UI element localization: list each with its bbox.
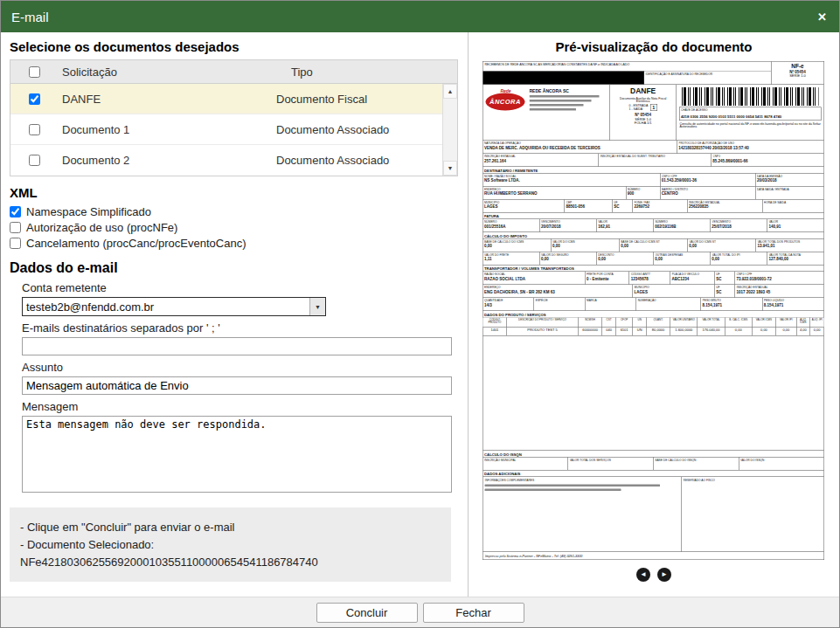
xml-checkbox[interactable] [10,238,21,249]
cell-label: INSCRIÇÃO MUNICIPAL [484,458,566,462]
danfe-cell: BASE DE CÁLCULO ICMS ST 0,00 [620,239,688,252]
cell-label: NUMERAÇÃO [638,299,700,303]
cell-label: DATA SAÍDA / ENTRADA [757,187,823,191]
danfe-block: DANFE Documento Auxiliar da Nota Fiscal … [610,85,677,141]
row-tipo: Documento Associado [276,123,442,136]
canhoto-subrow: IDENTIFICAÇÃO E ASSINATURA DO RECEBEDOR [483,72,772,85]
email-heading: Dados do e-mail [10,260,459,276]
informacoes-complementares: INFORMAÇÕES COMPLEMENTARES [483,477,682,552]
cell-value: 0,00 [655,257,709,262]
table-row[interactable]: Documento 2 Documento Associado [10,145,442,176]
product-header-cell: CST [602,318,616,328]
section-dados-adicionais: DADOS ADICIONAIS [483,471,824,478]
text-placeholder [485,489,621,492]
cell-label: CST [603,318,614,321]
next-page-button[interactable]: ► [657,568,671,582]
cell-label: MARCA [587,299,635,303]
cell-label: INSCRIÇÃO ESTADUAL DO SUBST. TRIBUTÁRIO [600,155,710,159]
message-textarea[interactable]: Esta mensagem não deve ser respondida. [22,416,452,493]
recipients-input[interactable] [22,337,452,355]
recipients-label: E-mails destinatários separados por ' ; … [22,321,459,335]
table-scrollbar[interactable]: ▲ ▼ [442,84,457,176]
cell-value: 1017 2022 1893 45 [737,289,823,294]
product-cell: 1401 [483,328,507,336]
danfe-cell: MUNICÍPIO LAGES [633,285,715,298]
table-row[interactable]: Documento 1 Documento Associado [10,114,442,145]
row-checkbox[interactable] [29,93,40,105]
prev-page-button[interactable]: ◄ [636,568,650,582]
row-checkbox[interactable] [29,124,40,135]
section-destinatario: DESTINATÁRIO / REMETENTE [483,167,824,174]
cell-value: 73.922.018/0001-72 [737,276,823,281]
emitente-block: Rede ÂNCORA REDE ÂNCORA SC [483,85,610,141]
concluir-button[interactable]: Concluir [316,603,418,623]
chave-block: CHAVE DE ACESSO 4218 0306 2556 9200 0103… [677,85,824,141]
xml-option[interactable]: Autorização de uso (procNFe) [10,221,459,234]
danfe-cell: VENCIMENTO 25/07/2018 [711,219,767,232]
product-header-cell: VALOR ICMS [753,318,776,328]
danfe-cell: PESO BRUTO 8.154,1971 [701,298,762,311]
cell-value: ABC1234 [671,276,712,281]
cell-value: 12345678 [631,276,669,281]
select-all-checkbox[interactable] [29,66,40,78]
danfe-cell: CÓDIGO ANTT 12345678 [629,272,670,285]
danfe-cell: NUMERAÇÃO [636,298,701,311]
canhoto-left: RECEBEMOS DE REDE ANCORA SC AS MERCADORI… [483,62,772,85]
section-transportador: TRANSPORTADOR / VOLUMES TRANSPORTADOS [483,266,824,273]
dialog-titlebar: E-mail ✕ [1,1,839,32]
chave-label: CHAVE DE ACESSO [681,108,820,113]
xml-option[interactable]: Cancelamento (procCanc/procEventoCanc) [10,237,459,250]
subject-input[interactable] [22,376,452,395]
xml-option[interactable]: Namespace Simplificado [10,205,459,218]
close-icon[interactable]: ✕ [817,10,827,24]
scroll-up-button[interactable]: ▲ [443,84,457,99]
cell-label: BASE DE CÁLCULO DO ISSQN [655,458,737,462]
product-header-cell: VALOR TOTAL [698,318,725,328]
product-header-cell: QUANT. [647,318,670,328]
table-row[interactable]: DANFE Documento Fiscal [10,84,442,114]
row-solicitacao: Documento 2 [59,154,276,167]
cell-value: 88501-056 [566,204,611,210]
cell-value: 13.941,01 [757,244,823,249]
barcode [682,87,819,106]
xml-checkbox[interactable] [10,206,21,217]
xml-checkbox[interactable] [10,222,21,233]
product-cell: 0,00 [753,328,776,336]
danfe-cell: CNPJ 85.245.869/0001-66 [712,154,824,167]
cell-value: 0,00 [484,244,550,249]
row-checkbox-cell [10,93,59,105]
cell-value: 0,00 [712,257,766,262]
cell-label: CFOP [617,318,631,321]
product-header-cell: UN [633,318,647,328]
danfe-cell: DESCONTO 0,00 [597,252,654,266]
nfe-label: NF-e [772,63,824,70]
cell-value: UN [635,328,645,333]
header-checkbox-cell [10,66,59,78]
danfe-cell: BASE DE CÁLCULO DO ICMS 0,00 [483,239,552,252]
product-header-cell: VALOR IPI [776,318,796,328]
text-placeholder [485,485,660,487]
sender-select[interactable]: testeb2b@nfendd.com.br ▼ [22,297,326,316]
product-header-cell: B. CÁLC. ICMS [725,318,752,328]
row-checkbox[interactable] [29,155,40,166]
danfe-header: Rede ÂNCORA REDE ÂNCORA SC [483,85,824,141]
canhoto-text: RECEBEMOS DE REDE ANCORA SC AS MERCADORI… [483,62,772,72]
cell-value: 0 - Emitente [587,276,628,281]
email-section: Dados do e-mail Conta remetente testeb2b… [10,260,459,496]
dialog-content: Selecione os documentos desejados Solici… [1,32,839,597]
scrollbar-track[interactable] [443,99,457,161]
danfe-cell: MARCA [586,298,637,311]
cell-label: NCM/SH [580,318,600,321]
fechar-button[interactable]: Fechar [423,603,524,623]
cell-value: 80,0000 [648,328,669,333]
danfe-cell: VALOR DO ICMS ST 0,00 [688,239,756,252]
cell-value: PRODUTO TEST 5 [508,328,576,333]
ancora-logo: ÂNCORA [486,93,525,111]
cell-value: LAGES [484,204,563,210]
cell-value: 127.840,00 [768,257,823,262]
product-cell: 0,00 [725,328,752,336]
scroll-down-button[interactable]: ▼ [443,161,457,176]
product-cell: 040 [602,328,616,336]
danfe-cell: MUNICÍPIO LAGES [483,200,566,213]
danfe-cell: VALOR TOTAL DA NOTA 127.840,00 [767,252,824,266]
